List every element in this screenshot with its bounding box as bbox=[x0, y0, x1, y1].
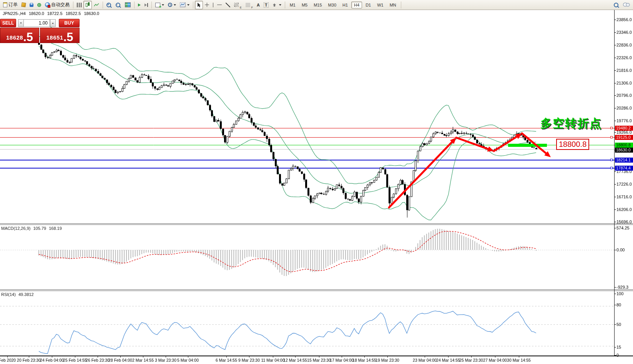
buy-button[interactable]: BUY bbox=[59, 19, 80, 27]
ohlc-open: 18620.0 bbox=[29, 11, 44, 16]
timeframe-h4-button[interactable]: H4 bbox=[351, 2, 362, 8]
bar-chart-button[interactable] bbox=[75, 1, 83, 9]
volume-increase-button[interactable]: ▲ bbox=[50, 19, 56, 27]
price-annotation-label[interactable]: 18800.8 bbox=[556, 139, 589, 150]
shapes-icon bbox=[272, 3, 277, 7]
signals-button[interactable] bbox=[35, 1, 43, 9]
buy-price-panel[interactable]: 18651 .5 bbox=[40, 28, 80, 43]
timeframe-m1-button[interactable]: M1 bbox=[287, 2, 298, 8]
periods-dropdown[interactable] bbox=[166, 1, 178, 9]
time-tick-label: 20 Feb 23:30 bbox=[17, 358, 41, 362]
tile-windows-button[interactable] bbox=[123, 1, 133, 9]
timeframe-m5-button[interactable]: M5 bbox=[299, 2, 310, 8]
macd-label: MACD(12,26,9) 105.79 168.19 bbox=[1, 226, 63, 231]
channel-icon bbox=[234, 3, 239, 7]
time-tick-label: 24 Mar 14:55 bbox=[436, 358, 460, 362]
chart-bottom-border bbox=[0, 356, 633, 356]
time-tick-label: 12 Mar 14:55 bbox=[283, 358, 307, 362]
axis-tick-label: 100 bbox=[616, 291, 623, 296]
timeframe-group: M1M5M15M30H1H4D1W1MN bbox=[287, 2, 399, 8]
search-button[interactable] bbox=[612, 1, 621, 9]
indicators-icon bbox=[180, 2, 186, 7]
price-badge: 18630.0 bbox=[615, 148, 633, 153]
toolbar-separator bbox=[134, 2, 135, 8]
axis-tick-label: 15 bbox=[616, 345, 621, 349]
crosshair-button[interactable] bbox=[203, 1, 211, 9]
sell-price-panel[interactable]: 18628 .5 bbox=[0, 28, 39, 43]
chevron-down-icon bbox=[162, 4, 164, 6]
label-tool-icon: T bbox=[264, 2, 269, 8]
auto-scroll-button[interactable] bbox=[136, 1, 143, 9]
chat-button[interactable] bbox=[621, 1, 632, 9]
toolbar-separator bbox=[401, 2, 401, 8]
fibonacci-icon bbox=[246, 3, 250, 7]
price-badge: 17874.4 bbox=[615, 166, 633, 171]
axis-tick-label: 20286.0 bbox=[616, 106, 632, 110]
indicators-dropdown[interactable] bbox=[178, 1, 191, 9]
label-button[interactable]: T bbox=[262, 1, 271, 9]
autotrading-button[interactable]: 自动交易 bbox=[43, 1, 71, 9]
axis-tick-label: -929.3 bbox=[616, 285, 628, 289]
macd-name: MACD(12,26,9) bbox=[1, 226, 30, 231]
vertical-line-button[interactable] bbox=[211, 1, 215, 9]
toolbar-separator bbox=[193, 2, 193, 8]
shapes-dropdown[interactable] bbox=[271, 1, 283, 9]
axis-tick-label: 21816.0 bbox=[616, 68, 632, 73]
toolbar-separator bbox=[73, 2, 73, 8]
timeframe-m30-button[interactable]: M30 bbox=[326, 2, 339, 8]
time-tick-label: 28 Feb 04:00 bbox=[108, 358, 132, 362]
panel-separator[interactable] bbox=[0, 223, 633, 224]
timeframe-m15-button[interactable]: M15 bbox=[311, 2, 324, 8]
text-button[interactable]: A bbox=[255, 1, 262, 9]
chart-canvas[interactable] bbox=[0, 0, 633, 364]
price-badge: 19480.2 bbox=[615, 126, 633, 131]
time-tick-label: 15 Mar 23:30 bbox=[307, 358, 331, 362]
trendline-button[interactable] bbox=[224, 1, 232, 9]
panel-separator[interactable] bbox=[0, 289, 633, 290]
search-icon bbox=[614, 3, 618, 7]
price-axis[interactable]: 23856.023346.022836.022326.021816.021306… bbox=[615, 0, 633, 364]
time-tick-label: 19 Mar 23:30 bbox=[375, 358, 399, 362]
one-click-trading-widget: SELL ▼ ▲ BUY 18628 .5 18651 .5 bbox=[0, 18, 80, 43]
line-chart-button[interactable] bbox=[92, 1, 101, 9]
timeframe-h1-button[interactable]: H1 bbox=[340, 2, 351, 8]
fibonacci-button[interactable]: F bbox=[244, 1, 255, 9]
annotation-text[interactable]: 多空转折点 bbox=[540, 116, 602, 131]
macd-value-signal: 168.19 bbox=[49, 226, 62, 231]
clock-icon bbox=[168, 3, 172, 7]
horizontal-line-button[interactable] bbox=[215, 1, 224, 9]
timeframe-d1-button[interactable]: D1 bbox=[363, 2, 374, 8]
axis-tick-label: 22836.0 bbox=[616, 43, 632, 47]
community-icon bbox=[30, 3, 33, 7]
time-axis[interactable]: Feb 202020 Feb 23:3024 Feb 04:0025 Feb 1… bbox=[0, 357, 633, 364]
ohlc-close: 18630.0 bbox=[84, 11, 99, 16]
price-badge: 18214.1 bbox=[615, 158, 633, 163]
new-order-button[interactable]: 订单 bbox=[1, 1, 20, 9]
price-badge: 19125.0 bbox=[615, 135, 633, 140]
zoom-out-button[interactable]: - bbox=[114, 1, 123, 9]
zoom-in-icon: + bbox=[106, 3, 111, 7]
volume-decrease-button[interactable]: ▼ bbox=[18, 19, 24, 27]
buy-price-main: 18651 bbox=[46, 35, 63, 40]
new-order-icon bbox=[3, 2, 7, 7]
line-chart-icon bbox=[94, 3, 99, 7]
time-tick-label: 23 Mar 04:00 bbox=[413, 358, 437, 362]
community-button[interactable] bbox=[28, 1, 35, 9]
candlestick-button[interactable] bbox=[83, 1, 92, 9]
new-chart-dropdown[interactable] bbox=[153, 1, 166, 9]
sell-button[interactable]: SELL bbox=[0, 19, 16, 27]
zoom-in-button[interactable]: + bbox=[105, 1, 114, 9]
volume-input[interactable] bbox=[23, 19, 50, 27]
time-tick-label: 11 Mar 04:00 bbox=[261, 358, 284, 362]
time-tick-label: 30 Mar 14:55 bbox=[507, 358, 531, 362]
timeframe-mn-button[interactable]: MN bbox=[387, 2, 399, 8]
channel-button[interactable]: E bbox=[232, 1, 244, 9]
cursor-button[interactable] bbox=[195, 1, 203, 9]
axis-tick-label: 17226.0 bbox=[616, 182, 632, 186]
market-button[interactable] bbox=[20, 1, 28, 9]
time-tick-label: 27 Mar 04:00 bbox=[483, 358, 507, 362]
timeframe-w1-button[interactable]: W1 bbox=[374, 2, 386, 8]
axis-tick-label: 19776.0 bbox=[616, 118, 632, 123]
axis-tick-label: 80 bbox=[616, 303, 621, 307]
chart-shift-button[interactable] bbox=[143, 1, 150, 9]
